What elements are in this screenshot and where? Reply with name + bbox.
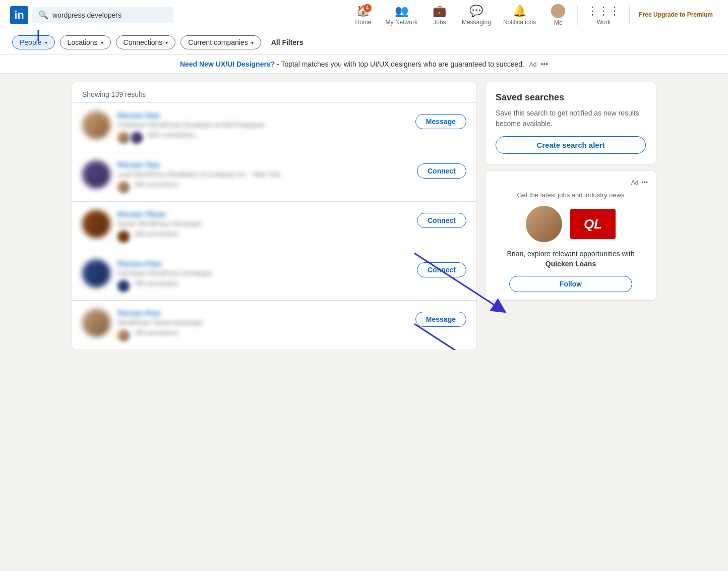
nav-my-network-label: My Network [386,19,417,26]
linkedin-logo[interactable]: in [10,6,28,24]
result-meta: 400 connections [117,231,410,243]
jobs-icon: 💼 [433,5,446,18]
saved-searches-description: Save this search to get notified as new … [496,108,646,129]
meta-avatar [117,181,130,193]
ad-company-name: Quicken Loans [545,260,596,268]
result-name[interactable]: Person Two [117,160,410,169]
ad-person-avatar [526,206,562,242]
connect-button[interactable]: Connect [417,213,466,228]
current-companies-chevron-icon: ▾ [251,40,254,45]
ad-label: Ad [529,61,537,68]
result-meta-text: 200 connections [135,329,178,341]
results-header: Showing 139 results [72,82,476,102]
table-row: Person Five WordPress Theme Developer 20… [72,300,476,350]
ad-link[interactable]: Need New UX/UI Designers? [180,60,275,68]
connections-label: Connections [124,38,163,46]
ad-text: - Toptal matches you with top UI/UX desi… [277,60,524,68]
nav-notifications-label: Notifications [503,19,536,26]
sidebar: Saved searches Save this search to get n… [485,82,656,350]
work-icon: ⋮⋮⋮ [587,5,620,18]
nav-jobs[interactable]: 💼 Jobs [424,0,455,30]
meta-avatar-2 [131,132,143,144]
nav-messaging-label: Messaging [462,19,491,26]
home-badge: 4 [363,4,372,12]
result-name[interactable]: Person One [117,111,408,120]
result-meta-text: 500+ connections [148,132,195,144]
avatar [82,259,110,288]
result-meta: 200 connections [117,329,408,341]
navbar: in 🔍 🏠 Home 4 👥 My Network 💼 Jobs 💬 Mess… [0,0,728,30]
nav-home[interactable]: 🏠 Home 4 [348,0,379,30]
ad-banner: Need New UX/UI Designers? - Toptal match… [0,55,728,74]
ad-logos: QL [494,206,648,242]
nav-work[interactable]: ⋮⋮⋮ Work [582,0,625,30]
result-action: Connect [417,262,466,277]
avatar [82,160,110,189]
saved-searches-card: Saved searches Save this search to get n… [485,82,656,164]
search-box: 🔍 [32,7,173,23]
connections-filter[interactable]: Connections ▾ [116,35,176,49]
table-row: Person Two Lead WordPress Developer at C… [72,152,476,201]
current-companies-filter[interactable]: Current companies ▾ [180,35,261,49]
nav-premium[interactable]: Free Upgrade to Premium [634,0,718,30]
follow-button[interactable]: Follow [509,276,633,292]
connections-chevron-icon: ▾ [165,40,168,45]
result-name[interactable]: Person Four [117,259,410,268]
meta-avatar [117,231,130,243]
nav-divider-2 [629,5,630,25]
result-info: Person Two Lead WordPress Developer at C… [117,160,410,193]
result-meta: 500 connections [117,181,410,193]
locations-chevron-icon: ▾ [101,40,103,45]
nav-notifications[interactable]: 🔔 Notifications [498,0,541,30]
result-name[interactable]: Person Five [117,309,408,317]
nav-me-label: Me [554,19,563,26]
message-button[interactable]: Message [415,312,466,327]
avatar [82,111,110,139]
saved-searches-title: Saved searches [496,92,646,103]
locations-filter[interactable]: Locations ▾ [60,35,111,49]
current-companies-label: Current companies [188,38,248,46]
ad-options-icon[interactable]: ••• [540,60,548,68]
notifications-icon: 🔔 [513,5,526,18]
filter-bar: People ▾ Locations ▾ Connections ▾ Curre… [0,30,728,55]
people-chevron-icon: ▾ [45,40,47,45]
nav-me[interactable]: Me [543,0,573,30]
ad-card-options-icon[interactable]: ••• [641,179,648,186]
result-info: Person Three Senior WordPress Developer … [117,210,410,243]
search-input[interactable] [52,11,167,19]
result-title: WordPress Theme Developer [117,319,408,326]
nav-messaging[interactable]: 💬 Messaging [457,0,496,30]
result-meta-text: 500 connections [135,181,178,193]
ad-card: Ad ••• Get the latest jobs and industry … [485,170,656,301]
search-icon: 🔍 [38,10,48,20]
connect-button[interactable]: Connect [417,262,466,277]
message-button[interactable]: Message [415,114,466,129]
locations-label: Locations [68,38,98,46]
result-name[interactable]: Person Three [117,210,410,218]
result-title: Lead WordPress Developer at Company Inc.… [117,170,410,178]
ad-card-text: Brian, explore relevant opportunities wi… [494,249,648,269]
result-action: Connect [417,213,466,228]
nav-my-network[interactable]: 👥 My Network [381,0,422,30]
results-panel: Showing 139 results Person One Freelance… [72,82,477,350]
avatar [551,4,565,18]
result-meta: 500+ connections [117,132,408,144]
result-action: Message [415,114,466,129]
nav-items: 🏠 Home 4 👥 My Network 💼 Jobs 💬 Messaging… [348,0,718,30]
people-filter[interactable]: People ▾ [12,35,55,49]
result-info: Person Four Full-Stack WordPress Develop… [117,259,410,292]
result-title: Senior WordPress Developer [117,220,410,227]
nav-home-label: Home [355,19,372,26]
connect-button[interactable]: Connect [417,163,466,179]
result-meta-text: 300 connections [135,280,178,292]
messaging-icon: 💬 [469,5,483,18]
meta-avatar [117,132,130,144]
ad-card-label: Ad [631,179,639,186]
avatar [82,210,110,238]
result-meta-text: 400 connections [135,231,178,243]
nav-jobs-label: Jobs [433,19,446,26]
all-filters-button[interactable]: All Filters [266,36,309,49]
ad-card-description: Get the latest jobs and industry news [494,191,648,199]
ad-card-header: Ad ••• [494,179,648,186]
create-alert-button[interactable]: Create search alert [496,136,646,154]
